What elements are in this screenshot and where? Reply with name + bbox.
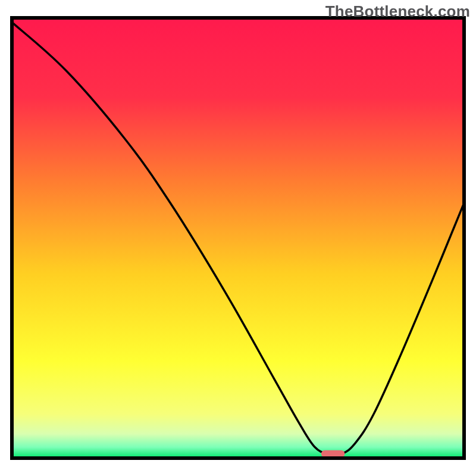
chart-frame: TheBottleneck.com [0, 0, 476, 476]
bottleneck-chart [0, 0, 476, 476]
optimal-marker [321, 450, 345, 458]
watermark-text: TheBottleneck.com [325, 2, 470, 21]
